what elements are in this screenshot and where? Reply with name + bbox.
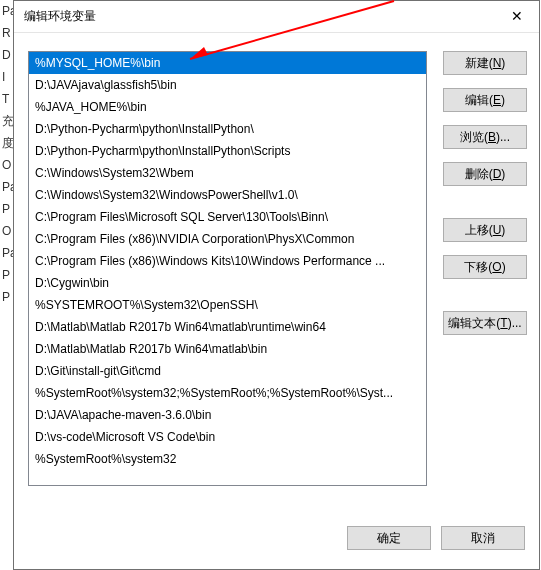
path-item[interactable]: C:\Program Files\Microsoft SQL Server\13… [29,206,426,228]
path-item[interactable]: C:\Windows\System32\Wbem [29,162,426,184]
path-listbox[interactable]: %MYSQL_HOME%\binD:\JAVAjava\glassfish5\b… [28,51,427,486]
env-var-dialog: 编辑环境变量 ✕ %MYSQL_HOME%\binD:\JAVAjava\gla… [13,0,540,570]
cancel-button[interactable]: 取消 [441,526,525,550]
path-item[interactable]: C:\Windows\System32\WindowsPowerShell\v1… [29,184,426,206]
path-item[interactable]: D:\vs-code\Microsoft VS Code\bin [29,426,426,448]
ok-button[interactable]: 确定 [347,526,431,550]
path-item[interactable]: C:\Program Files (x86)\NVIDIA Corporatio… [29,228,426,250]
path-item[interactable]: C:\Program Files (x86)\Windows Kits\10\W… [29,250,426,272]
edit-button[interactable]: 编辑(E) [443,88,527,112]
path-item[interactable]: D:\Git\install-git\Git\cmd [29,360,426,382]
path-item[interactable]: %JAVA_HOME%\bin [29,96,426,118]
dialog-title: 编辑环境变量 [24,8,96,25]
path-item[interactable]: D:\Matlab\Matlab R2017b Win64\matlab\run… [29,316,426,338]
path-item[interactable]: %SYSTEMROOT%\System32\OpenSSH\ [29,294,426,316]
move-up-button[interactable]: 上移(U) [443,218,527,242]
new-button[interactable]: 新建(N) [443,51,527,75]
path-item[interactable]: D:\Matlab\Matlab R2017b Win64\matlab\bin [29,338,426,360]
close-button[interactable]: ✕ [494,1,539,31]
path-item[interactable]: D:\JAVA\apache-maven-3.6.0\bin [29,404,426,426]
delete-button[interactable]: 删除(D) [443,162,527,186]
path-item[interactable]: %SystemRoot%\system32;%SystemRoot%;%Syst… [29,382,426,404]
titlebar: 编辑环境变量 ✕ [14,1,539,33]
close-icon: ✕ [511,8,523,24]
path-item[interactable]: D:\Python-Pycharm\python\InstallPython\S… [29,140,426,162]
path-item[interactable]: D:\Cygwin\bin [29,272,426,294]
side-buttons: 新建(N) 编辑(E) 浏览(B)... 删除(D) 上移(U) 下移(O) 编… [443,51,527,509]
path-item[interactable]: D:\Python-Pycharm\python\InstallPython\ [29,118,426,140]
dialog-footer: 确定 取消 [14,521,539,569]
move-down-button[interactable]: 下移(O) [443,255,527,279]
dialog-content: %MYSQL_HOME%\binD:\JAVAjava\glassfish5\b… [14,33,539,521]
path-item[interactable]: %SystemRoot%\system32 [29,448,426,470]
path-item[interactable]: %MYSQL_HOME%\bin [29,52,426,74]
browse-button[interactable]: 浏览(B)... [443,125,527,149]
path-item[interactable]: D:\JAVAjava\glassfish5\bin [29,74,426,96]
edit-text-button[interactable]: 编辑文本(T)... [443,311,527,335]
